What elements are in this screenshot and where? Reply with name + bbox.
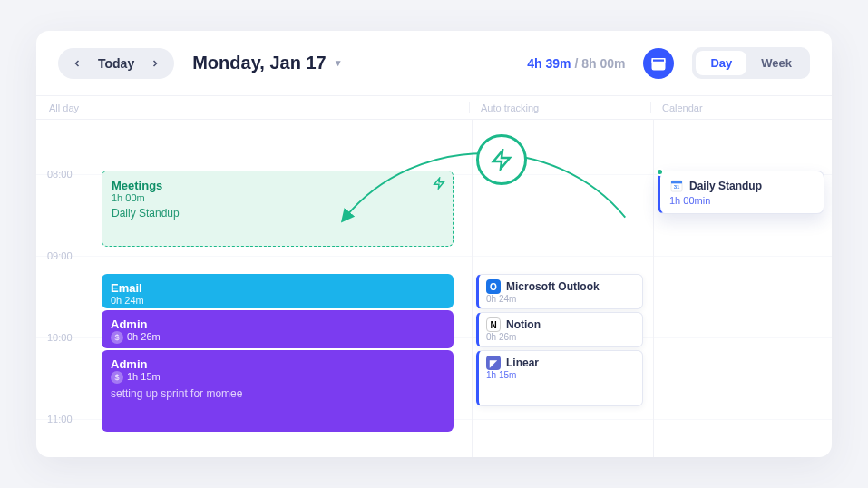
svg-rect-5: [671, 181, 682, 183]
event-subtitle: setting up sprint for momee: [111, 387, 444, 400]
hour-label: 10:00: [47, 332, 73, 343]
calendar-app-window: Today Monday, Jan 17 ▼ 4h 39m / 8h 00m 3…: [36, 31, 832, 457]
app-name: Microsoft Outlook: [506, 280, 600, 293]
hour-label: 11:00: [47, 414, 73, 425]
sync-dot-icon: [656, 168, 664, 176]
event-title: Meetings: [112, 179, 444, 192]
current-date-label: Monday, Jan 17: [192, 53, 326, 73]
app-name: Notion: [506, 318, 541, 331]
event-email[interactable]: Email 0h 24m: [102, 274, 454, 308]
next-day-button[interactable]: [145, 54, 165, 73]
app-name: Linear: [506, 356, 539, 369]
tracked-time: 4h 39m: [527, 56, 571, 71]
app-duration: 0h 24m: [486, 294, 635, 304]
bolt-icon: [433, 177, 445, 193]
event-duration: $1h 15m: [111, 371, 444, 384]
timeline-grid[interactable]: 08:00 09:00 10:00 11:00 Meetings 1h 00m …: [36, 120, 832, 457]
outlook-icon: O: [486, 279, 501, 294]
hour-label: 09:00: [47, 250, 73, 261]
svg-text:31: 31: [674, 184, 680, 190]
app-duration: 1h 15m: [486, 370, 635, 380]
hour-label: 08:00: [47, 169, 73, 180]
linear-icon: ◤: [486, 356, 501, 370]
auto-tracking-lane: OMicrosoft Outlook 0h 24m NNotion 0h 26m…: [472, 120, 649, 457]
event-admin-1[interactable]: Admin $0h 26m: [102, 310, 454, 348]
calendar-event-duration: 1h 00min: [669, 195, 814, 206]
app-notion[interactable]: NNotion 0h 26m: [476, 312, 643, 347]
prev-day-button[interactable]: [67, 54, 87, 73]
calendar-lane: 31 Daily Standup 1h 00min: [653, 120, 830, 457]
svg-text:31: 31: [656, 61, 663, 67]
event-duration: $0h 26m: [111, 331, 444, 344]
app-outlook[interactable]: OMicrosoft Outlook 0h 24m: [476, 274, 643, 309]
event-title: Admin: [111, 317, 444, 331]
main-lane: Meetings 1h 00m Daily Standup Email 0h 2…: [102, 120, 464, 457]
app-duration: 0h 26m: [486, 332, 635, 342]
allday-label: All day: [36, 102, 93, 113]
calendar-event-daily-standup[interactable]: 31 Daily Standup 1h 00min: [658, 171, 824, 214]
app-linear[interactable]: ◤Linear 1h 15m: [476, 350, 643, 406]
date-nav-pill: Today: [58, 48, 174, 79]
header-bar: Today Monday, Jan 17 ▼ 4h 39m / 8h 00m 3…: [36, 31, 832, 95]
chevron-down-icon: ▼: [334, 58, 343, 68]
event-meetings[interactable]: Meetings 1h 00m Daily Standup: [102, 171, 454, 247]
google-calendar-icon: 31: [669, 179, 684, 193]
today-button[interactable]: Today: [98, 56, 134, 71]
coin-icon: $: [111, 331, 123, 344]
coin-icon: $: [111, 371, 123, 384]
notion-icon: N: [486, 317, 501, 332]
view-week-button[interactable]: Week: [746, 51, 806, 75]
event-admin-2[interactable]: Admin $1h 15m setting up sprint for mome…: [102, 350, 454, 432]
calendar-event-title: Daily Standup: [689, 180, 762, 192]
column-headers: All day Auto tracking Calendar: [36, 96, 832, 120]
event-title: Email: [111, 281, 444, 295]
view-toggle: Day Week: [692, 47, 810, 79]
date-picker[interactable]: Monday, Jan 17 ▼: [192, 53, 342, 73]
event-subtitle: Daily Standup: [112, 207, 444, 220]
time-summary: 4h 39m / 8h 00m: [527, 56, 625, 71]
event-title: Admin: [111, 357, 444, 371]
total-time: 8h 00m: [581, 56, 625, 71]
calendar-icon-button[interactable]: 31: [643, 48, 674, 79]
event-duration: 0h 24m: [111, 295, 444, 306]
auto-tracking-label: Auto tracking: [469, 102, 650, 113]
event-duration: 1h 00m: [112, 192, 444, 203]
timeline: All day Auto tracking Calendar 08:00 09:…: [36, 95, 832, 457]
calendar-label: Calendar: [650, 102, 832, 113]
svg-marker-3: [434, 178, 444, 189]
view-day-button[interactable]: Day: [696, 51, 746, 75]
